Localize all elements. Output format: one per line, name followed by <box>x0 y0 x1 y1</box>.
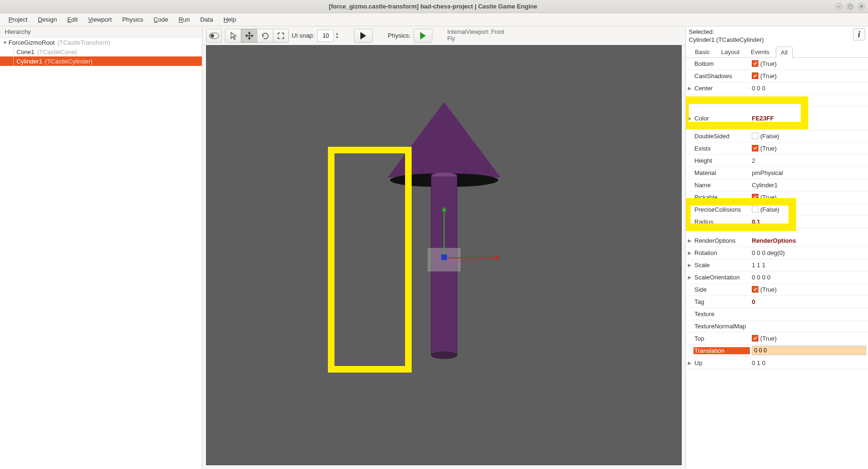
gizmo-y-axis[interactable] <box>444 210 445 257</box>
tab-layout[interactable]: Layout <box>716 46 745 57</box>
menu-project[interactable]: Project <box>4 14 32 25</box>
expand-icon[interactable]: ▶ <box>686 238 693 243</box>
checkbox-icon[interactable] <box>752 133 758 139</box>
checkbox-icon[interactable]: ✔ <box>752 60 758 67</box>
menu-design[interactable]: Design <box>33 14 61 25</box>
scene-cylinder-bottom <box>431 351 457 359</box>
translation-input[interactable] <box>752 346 866 355</box>
viewport-status: InternalViewport: Front Fly <box>447 29 504 41</box>
play-icon <box>420 32 426 40</box>
tree-label: Cylinder1 <box>16 58 42 65</box>
prop-tag[interactable]: Tag 0 <box>686 296 868 308</box>
expand-icon[interactable]: ▶ <box>686 348 693 353</box>
prop-height[interactable]: Height 2 <box>686 155 868 167</box>
prop-renderoptions[interactable]: ▶RenderOptions RenderOptions <box>686 235 868 247</box>
viewport-3d[interactable] <box>206 45 682 465</box>
spinner-down-icon[interactable]: ▼ <box>335 36 339 40</box>
selected-value: Cylinder1 (TCastleCylinder) <box>689 36 764 44</box>
menu-code[interactable]: Code <box>149 14 173 25</box>
menubar: Project Design Edit Viewport Physics Cod… <box>0 13 868 26</box>
expand-icon[interactable]: ▶ <box>686 86 693 91</box>
menu-data[interactable]: Data <box>195 14 217 25</box>
uisnap-input[interactable] <box>317 30 334 42</box>
tab-events[interactable]: Events <box>746 46 775 57</box>
expand-icon[interactable]: ▶ <box>686 250 693 255</box>
titlebar: [force_gizmo.castle-transform] bad-chess… <box>0 0 868 13</box>
prop-center[interactable]: ▶Center 0 0 0 <box>686 82 868 95</box>
prop-name[interactable]: Name Cylinder1 <box>686 179 868 191</box>
play-icon <box>360 32 366 40</box>
tree-collapse-icon[interactable]: ▾ <box>2 40 8 46</box>
menu-physics[interactable]: Physics <box>118 14 148 25</box>
gizmo-x-axis[interactable] <box>444 257 496 258</box>
menu-viewport[interactable]: Viewport <box>83 14 116 25</box>
tree-label: ForceGizmoRoot <box>8 39 55 46</box>
menu-edit[interactable]: Edit <box>63 14 82 25</box>
prop-doublesided[interactable]: DoubleSided (False) <box>686 130 868 143</box>
move-icon <box>245 32 254 40</box>
checkbox-icon[interactable]: ✔ <box>752 286 758 293</box>
tree-row-cone[interactable]: Cone1 (TCastleCone) <box>0 47 202 56</box>
prop-bottom[interactable]: Bottom ✔(True) <box>686 58 868 70</box>
scale-tool-button[interactable] <box>273 29 289 43</box>
tree-type: (TCastleCone) <box>35 48 77 56</box>
tree-row-root[interactable]: ▾ ForceGizmoRoot (TCastleTransform) <box>0 38 202 47</box>
svg-point-1 <box>210 34 214 38</box>
expand-icon[interactable]: ▶ <box>686 275 693 280</box>
annotation-highlight-color <box>686 96 808 129</box>
move-tool-button[interactable] <box>241 29 257 43</box>
prop-up[interactable]: ▶Up 0 1 0 <box>686 357 868 369</box>
hierarchy-title: Hierarchy <box>0 26 202 38</box>
property-grid[interactable]: Bottom ✔(True) CastShadows ✔(True) ▶Cent… <box>686 58 868 469</box>
window-maximize-button[interactable]: ▢ <box>846 3 854 10</box>
inspector-tabs: Basic Layout Events All <box>686 46 868 58</box>
tree-row-cylinder[interactable]: Cylinder1 (TCastleCylinder) <box>0 56 202 66</box>
gizmo-origin[interactable] <box>441 254 447 260</box>
inspector-panel: Selected: Cylinder1 (TCastleCylinder) i … <box>685 26 868 469</box>
uisnap-label: UI snap: <box>292 32 314 39</box>
hierarchy-panel: Hierarchy ▾ ForceGizmoRoot (TCastleTrans… <box>0 26 202 469</box>
annotation-highlight-viewport <box>328 147 412 373</box>
toggle-icon <box>209 32 219 39</box>
expand-icon[interactable]: ▶ <box>686 360 693 366</box>
checkbox-icon[interactable]: ✔ <box>752 335 758 342</box>
prop-scale[interactable]: ▶Scale 1 1 1 <box>686 259 868 271</box>
menu-run[interactable]: Run <box>174 14 195 25</box>
prop-side[interactable]: Side ✔(True) <box>686 284 868 296</box>
tab-all[interactable]: All <box>776 47 793 58</box>
tab-basic[interactable]: Basic <box>690 46 715 57</box>
prop-scaleorientation[interactable]: ▶ScaleOrientation 0 0 0 0 <box>686 271 868 284</box>
hierarchy-tree[interactable]: ▾ ForceGizmoRoot (TCastleTransform) Cone… <box>0 38 202 469</box>
scale-icon <box>277 32 285 40</box>
expand-icon[interactable]: ▶ <box>686 262 693 268</box>
physics-label: Physics: <box>388 32 410 39</box>
window-minimize-button[interactable]: – <box>835 3 843 10</box>
prop-texture[interactable]: Texture <box>686 308 868 320</box>
window-close-button[interactable]: ✕ <box>858 3 865 10</box>
menu-help[interactable]: Help <box>219 14 241 25</box>
play-physics-button[interactable] <box>414 29 432 43</box>
viewport-toolbar: UI snap: ▲▼ Physics: InternalViewport: F… <box>202 26 685 45</box>
prop-top[interactable]: Top ✔(True) <box>686 333 868 345</box>
prop-rotation[interactable]: ▶Rotation 0 0 0 deg(0) <box>686 247 868 259</box>
rotate-tool-button[interactable] <box>257 29 273 43</box>
toggle-gizmo-button[interactable] <box>206 29 222 43</box>
rotate-icon <box>261 32 270 40</box>
annotation-highlight-radius <box>686 198 796 231</box>
prop-exists[interactable]: Exists ✔(True) <box>686 143 868 155</box>
checkbox-icon[interactable]: ✔ <box>752 72 758 79</box>
prop-material[interactable]: Material pmPhysical <box>686 167 868 179</box>
prop-castshadows[interactable]: CastShadows ✔(True) <box>686 70 868 82</box>
selected-label: Selected: <box>689 28 764 36</box>
prop-translation[interactable]: ▶ Translation <box>686 345 868 357</box>
tree-type: (TCastleCylinder) <box>43 58 93 65</box>
play-simulation-button[interactable] <box>354 29 373 43</box>
select-tool-button[interactable] <box>225 29 241 43</box>
prop-texturenormalmap[interactable]: TextureNormalMap <box>686 320 868 333</box>
info-button[interactable]: i <box>853 28 865 40</box>
checkbox-icon[interactable]: ✔ <box>752 145 758 151</box>
tree-label: Cone1 <box>16 48 34 56</box>
window-title: [force_gizmo.castle-transform] bad-chess… <box>31 3 835 10</box>
uisnap-spinner[interactable]: ▲▼ <box>317 30 339 42</box>
cursor-icon <box>230 32 237 40</box>
